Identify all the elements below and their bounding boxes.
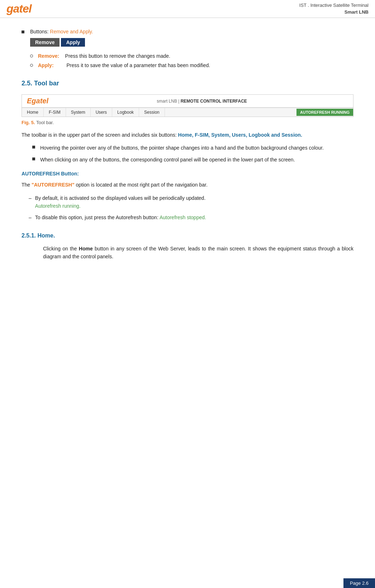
header-title-block: IST . Interactive Satellite Terminal Sma… bbox=[299, 2, 369, 15]
toolbar-bullet-list: Hovering the pointer over any of the but… bbox=[32, 144, 353, 164]
toolbar-para1: The toolbar is in the upper part of the … bbox=[22, 131, 353, 139]
toolbar-title-plain: smart LNB | bbox=[157, 99, 180, 104]
nav-users[interactable]: Users bbox=[91, 108, 112, 117]
toolbar-title: smart LNB | REMOTE CONTROL INTERFACE bbox=[56, 99, 348, 104]
sub-bullet-remove-text: Remove: Press this button to remove the … bbox=[38, 53, 170, 59]
dash-char1: – bbox=[29, 194, 32, 202]
autorefresh-para-text2: option is located at the most right part… bbox=[75, 182, 208, 188]
apply-label: Apply: bbox=[38, 62, 60, 68]
toolbar-bullet1-text: Hovering the pointer over any of the but… bbox=[40, 144, 324, 152]
autorefresh-badge[interactable]: AUTOREFRESH RUNNING bbox=[296, 109, 353, 116]
dash1-plain: By default, it is activated so the displ… bbox=[35, 195, 206, 201]
home-para-text1: Clicking on the bbox=[43, 246, 79, 251]
remove-label: Remove: bbox=[38, 53, 60, 59]
bullet-square-icon bbox=[22, 30, 24, 33]
bullet-buttons-text: Buttons: Remove and Apply. bbox=[30, 29, 93, 34]
sub-bullet-apply-text: Apply: Press it to save the value of a p… bbox=[38, 62, 210, 68]
dash-item2-text: To disable this option, just press the A… bbox=[35, 213, 206, 221]
fig-caption: Fig. 5. Tool bar. bbox=[22, 120, 353, 125]
apply-button[interactable]: Apply bbox=[61, 38, 85, 47]
toolbar-nav: Home F-SIM System Users Logbook Session … bbox=[22, 108, 353, 117]
autorefresh-para-text1: The bbox=[22, 182, 32, 188]
nav-fsim[interactable]: F-SIM bbox=[44, 108, 66, 117]
fig-desc: Tool bar. bbox=[36, 120, 54, 125]
autorefresh-inline: "AUTOREFRESH" bbox=[32, 182, 75, 188]
dash-list: – By default, it is activated so the dis… bbox=[29, 194, 353, 222]
toolbar-bullet2: When clicking on any of the buttons, the… bbox=[32, 156, 353, 164]
fig-label: Fig. 5. bbox=[22, 120, 35, 125]
buttons-section: Buttons: Remove and Apply. Remove Apply … bbox=[22, 29, 353, 68]
apply-desc: Press it to save the value of a paramete… bbox=[61, 62, 210, 68]
buttons-label-colored: Remove and Apply. bbox=[50, 29, 93, 34]
dash2-plain: To disable this option, just press the A… bbox=[35, 215, 160, 220]
buttons-label: Buttons: bbox=[30, 29, 48, 34]
toolbar-title-bold: REMOTE CONTROL INTERFACE bbox=[181, 99, 247, 104]
main-content: Buttons: Remove and Apply. Remove Apply … bbox=[0, 18, 375, 287]
bullet-buttons: Buttons: Remove and Apply. bbox=[22, 29, 353, 34]
dash1-colored: Autorefresh running. bbox=[35, 203, 81, 209]
toolbar-para1-text: The toolbar is in the upper part of the … bbox=[22, 132, 178, 138]
dash-item2: – To disable this option, just press the… bbox=[29, 213, 353, 221]
sub-bullet-remove: Remove: Press this button to remove the … bbox=[30, 53, 353, 59]
section-25-heading: 2.5. Tool bar bbox=[22, 80, 353, 87]
subsection-251-para: Clicking on the Home button in any scree… bbox=[43, 245, 353, 261]
toolbar-para1-bold: Home, F-SIM, System, Users, Logbook and … bbox=[178, 132, 302, 138]
toolbar-top: Egatel smart LNB | REMOTE CONTROL INTERF… bbox=[22, 95, 353, 108]
toolbar-bullet2-text: When clicking on any of the buttons, the… bbox=[40, 156, 295, 164]
remove-desc: Press this button to remove the changes … bbox=[61, 53, 170, 59]
button-row: Remove Apply bbox=[30, 38, 353, 47]
body-bullet-square1 bbox=[32, 146, 35, 149]
page-footer: Page 2.6 bbox=[343, 578, 375, 588]
toolbar-mockup: Egatel smart LNB | REMOTE CONTROL INTERF… bbox=[22, 94, 353, 117]
logo-text: gatel bbox=[6, 2, 32, 15]
home-para-bold: Home bbox=[79, 246, 93, 251]
nav-home[interactable]: Home bbox=[22, 108, 44, 117]
autorefresh-heading: AUTOREFRESH Button: bbox=[22, 171, 353, 177]
dash-item1-text: By default, it is activated so the displ… bbox=[35, 194, 206, 210]
circle-bullet-apply-icon bbox=[30, 64, 33, 67]
header-title-line2: Smart LNB bbox=[299, 9, 369, 15]
company-logo: gatel bbox=[6, 2, 32, 15]
header-title-line1: IST . Interactive Satellite Terminal bbox=[299, 2, 369, 9]
dash-item1: – By default, it is activated so the dis… bbox=[29, 194, 353, 210]
nav-session[interactable]: Session bbox=[139, 108, 165, 117]
nav-system[interactable]: System bbox=[66, 108, 91, 117]
nav-logbook[interactable]: Logbook bbox=[112, 108, 139, 117]
remove-button[interactable]: Remove bbox=[30, 38, 60, 47]
sub-bullet-list: Remove: Press this button to remove the … bbox=[30, 53, 353, 68]
body-bullet-square2 bbox=[32, 157, 35, 160]
toolbar-bullet1: Hovering the pointer over any of the but… bbox=[32, 144, 353, 152]
subsection-251-heading: 2.5.1. Home. bbox=[22, 232, 353, 239]
sub-bullet-apply: Apply: Press it to save the value of a p… bbox=[30, 62, 353, 68]
page-header: gatel IST . Interactive Satellite Termin… bbox=[0, 0, 375, 18]
autorefresh-para: The "AUTOREFRESH" option is located at t… bbox=[22, 181, 353, 189]
page-number: Page 2.6 bbox=[350, 580, 369, 586]
toolbar-logo: Egatel bbox=[27, 97, 48, 105]
circle-bullet-icon bbox=[30, 55, 33, 57]
dash-char2: – bbox=[29, 213, 32, 221]
dash2-colored: Autorefresh stopped. bbox=[160, 215, 206, 220]
